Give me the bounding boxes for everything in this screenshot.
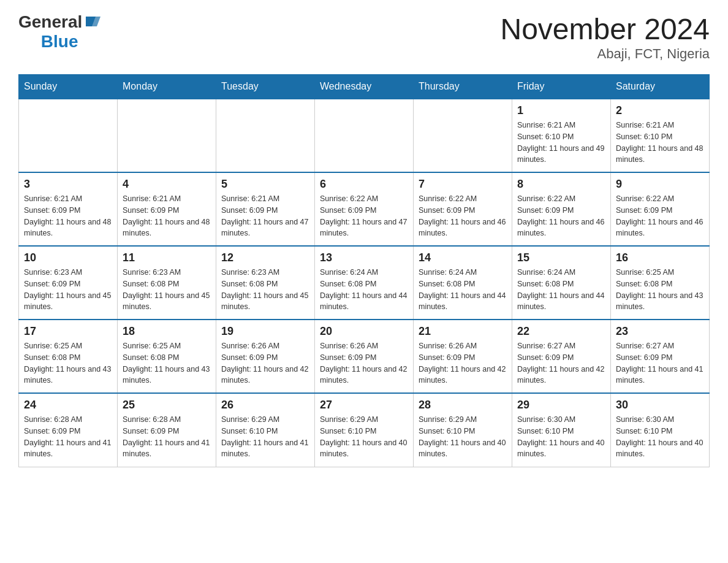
day-info: Sunrise: 6:26 AMSunset: 6:09 PMDaylight:…: [419, 340, 507, 386]
day-info: Sunrise: 6:22 AMSunset: 6:09 PMDaylight:…: [517, 193, 605, 239]
day-info: Sunrise: 6:21 AMSunset: 6:10 PMDaylight:…: [616, 120, 704, 166]
weekday-header-row: Sunday Monday Tuesday Wednesday Thursday…: [19, 75, 710, 99]
calendar-cell: 25Sunrise: 6:28 AMSunset: 6:09 PMDayligh…: [118, 393, 216, 467]
day-info: Sunrise: 6:28 AMSunset: 6:09 PMDaylight:…: [24, 414, 112, 460]
day-info: Sunrise: 6:30 AMSunset: 6:10 PMDaylight:…: [517, 414, 605, 460]
day-info: Sunrise: 6:25 AMSunset: 6:08 PMDaylight:…: [24, 340, 112, 386]
calendar-cell: 17Sunrise: 6:25 AMSunset: 6:08 PMDayligh…: [19, 320, 118, 393]
day-number: 13: [320, 251, 408, 264]
calendar-cell: 29Sunrise: 6:30 AMSunset: 6:10 PMDayligh…: [512, 393, 611, 467]
calendar-cell: 28Sunrise: 6:29 AMSunset: 6:10 PMDayligh…: [414, 393, 512, 467]
day-number: 19: [221, 325, 309, 338]
logo-line2: Blue: [18, 32, 100, 52]
day-number: 22: [517, 325, 605, 338]
calendar-title: November 2024: [500, 12, 710, 46]
day-number: 30: [616, 399, 704, 412]
day-info: Sunrise: 6:24 AMSunset: 6:08 PMDaylight:…: [320, 267, 408, 313]
calendar-cell: 16Sunrise: 6:25 AMSunset: 6:08 PMDayligh…: [611, 246, 710, 320]
day-info: Sunrise: 6:21 AMSunset: 6:09 PMDaylight:…: [123, 193, 211, 239]
day-number: 9: [616, 178, 704, 191]
day-info: Sunrise: 6:21 AMSunset: 6:10 PMDaylight:…: [517, 120, 605, 166]
week-row-2: 3Sunrise: 6:21 AMSunset: 6:09 PMDaylight…: [19, 172, 710, 246]
calendar-cell: 3Sunrise: 6:21 AMSunset: 6:09 PMDaylight…: [19, 172, 118, 246]
calendar-cell: 14Sunrise: 6:24 AMSunset: 6:08 PMDayligh…: [414, 246, 512, 320]
svg-marker-1: [92, 17, 100, 26]
calendar-cell: 20Sunrise: 6:26 AMSunset: 6:09 PMDayligh…: [315, 320, 414, 393]
calendar-cell: 27Sunrise: 6:29 AMSunset: 6:10 PMDayligh…: [315, 393, 414, 467]
day-number: 29: [517, 399, 605, 412]
logo-flag-icon: [83, 14, 100, 31]
calendar-subtitle: Abaji, FCT, Nigeria: [500, 46, 710, 62]
day-number: 25: [123, 399, 211, 412]
calendar-cell: 12Sunrise: 6:23 AMSunset: 6:08 PMDayligh…: [216, 246, 315, 320]
header-monday: Monday: [118, 75, 216, 99]
calendar-cell: 13Sunrise: 6:24 AMSunset: 6:08 PMDayligh…: [315, 246, 414, 320]
header-tuesday: Tuesday: [216, 75, 315, 99]
day-number: 2: [616, 104, 704, 117]
day-info: Sunrise: 6:22 AMSunset: 6:09 PMDaylight:…: [320, 193, 408, 239]
day-number: 14: [419, 251, 507, 264]
day-number: 28: [419, 399, 507, 412]
header-friday: Friday: [512, 75, 611, 99]
header-thursday: Thursday: [414, 75, 512, 99]
day-number: 27: [320, 399, 408, 412]
day-number: 17: [24, 325, 112, 338]
calendar-cell: [118, 99, 216, 172]
day-info: Sunrise: 6:24 AMSunset: 6:08 PMDaylight:…: [517, 267, 605, 313]
calendar-cell: [315, 99, 414, 172]
day-number: 4: [123, 178, 211, 191]
calendar-cell: 18Sunrise: 6:25 AMSunset: 6:08 PMDayligh…: [118, 320, 216, 393]
calendar-cell: 26Sunrise: 6:29 AMSunset: 6:10 PMDayligh…: [216, 393, 315, 467]
calendar-cell: 19Sunrise: 6:26 AMSunset: 6:09 PMDayligh…: [216, 320, 315, 393]
header-sunday: Sunday: [19, 75, 118, 99]
title-section: November 2024 Abaji, FCT, Nigeria: [500, 12, 710, 62]
day-number: 24: [24, 399, 112, 412]
header-saturday: Saturday: [611, 75, 710, 99]
logo-general-text: General: [18, 12, 82, 32]
calendar-cell: 23Sunrise: 6:27 AMSunset: 6:09 PMDayligh…: [611, 320, 710, 393]
day-number: 18: [123, 325, 211, 338]
calendar-cell: 2Sunrise: 6:21 AMSunset: 6:10 PMDaylight…: [611, 99, 710, 172]
week-row-3: 10Sunrise: 6:23 AMSunset: 6:09 PMDayligh…: [19, 246, 710, 320]
day-number: 21: [419, 325, 507, 338]
day-number: 7: [419, 178, 507, 191]
day-number: 1: [517, 104, 605, 117]
day-info: Sunrise: 6:27 AMSunset: 6:09 PMDaylight:…: [517, 340, 605, 386]
logo-blue-text: Blue: [41, 32, 78, 52]
calendar-cell: [216, 99, 315, 172]
page-header: General Blue November 2024 Abaji, FCT, N…: [18, 12, 710, 62]
calendar-cell: 15Sunrise: 6:24 AMSunset: 6:08 PMDayligh…: [512, 246, 611, 320]
header-wednesday: Wednesday: [315, 75, 414, 99]
day-info: Sunrise: 6:25 AMSunset: 6:08 PMDaylight:…: [123, 340, 211, 386]
day-info: Sunrise: 6:27 AMSunset: 6:09 PMDaylight:…: [616, 340, 704, 386]
calendar-cell: 6Sunrise: 6:22 AMSunset: 6:09 PMDaylight…: [315, 172, 414, 246]
calendar-cell: 8Sunrise: 6:22 AMSunset: 6:09 PMDaylight…: [512, 172, 611, 246]
day-number: 11: [123, 251, 211, 264]
day-info: Sunrise: 6:29 AMSunset: 6:10 PMDaylight:…: [320, 414, 408, 460]
calendar-table: Sunday Monday Tuesday Wednesday Thursday…: [18, 74, 710, 467]
day-info: Sunrise: 6:26 AMSunset: 6:09 PMDaylight:…: [221, 340, 309, 386]
day-number: 15: [517, 251, 605, 264]
logo: General Blue: [18, 12, 100, 52]
calendar-cell: 22Sunrise: 6:27 AMSunset: 6:09 PMDayligh…: [512, 320, 611, 393]
week-row-1: 1Sunrise: 6:21 AMSunset: 6:10 PMDaylight…: [19, 99, 710, 172]
calendar-cell: 7Sunrise: 6:22 AMSunset: 6:09 PMDaylight…: [414, 172, 512, 246]
day-info: Sunrise: 6:22 AMSunset: 6:09 PMDaylight:…: [616, 193, 704, 239]
day-info: Sunrise: 6:23 AMSunset: 6:09 PMDaylight:…: [24, 267, 112, 313]
day-number: 20: [320, 325, 408, 338]
calendar-cell: [19, 99, 118, 172]
day-info: Sunrise: 6:30 AMSunset: 6:10 PMDaylight:…: [616, 414, 704, 460]
day-info: Sunrise: 6:23 AMSunset: 6:08 PMDaylight:…: [123, 267, 211, 313]
day-info: Sunrise: 6:29 AMSunset: 6:10 PMDaylight:…: [221, 414, 309, 460]
day-number: 16: [616, 251, 704, 264]
week-row-4: 17Sunrise: 6:25 AMSunset: 6:08 PMDayligh…: [19, 320, 710, 393]
calendar-cell: 10Sunrise: 6:23 AMSunset: 6:09 PMDayligh…: [19, 246, 118, 320]
calendar-cell: 9Sunrise: 6:22 AMSunset: 6:09 PMDaylight…: [611, 172, 710, 246]
day-info: Sunrise: 6:22 AMSunset: 6:09 PMDaylight:…: [419, 193, 507, 239]
calendar-cell: 4Sunrise: 6:21 AMSunset: 6:09 PMDaylight…: [118, 172, 216, 246]
day-number: 23: [616, 325, 704, 338]
day-number: 3: [24, 178, 112, 191]
calendar-cell: 5Sunrise: 6:21 AMSunset: 6:09 PMDaylight…: [216, 172, 315, 246]
day-number: 12: [221, 251, 309, 264]
week-row-5: 24Sunrise: 6:28 AMSunset: 6:09 PMDayligh…: [19, 393, 710, 467]
